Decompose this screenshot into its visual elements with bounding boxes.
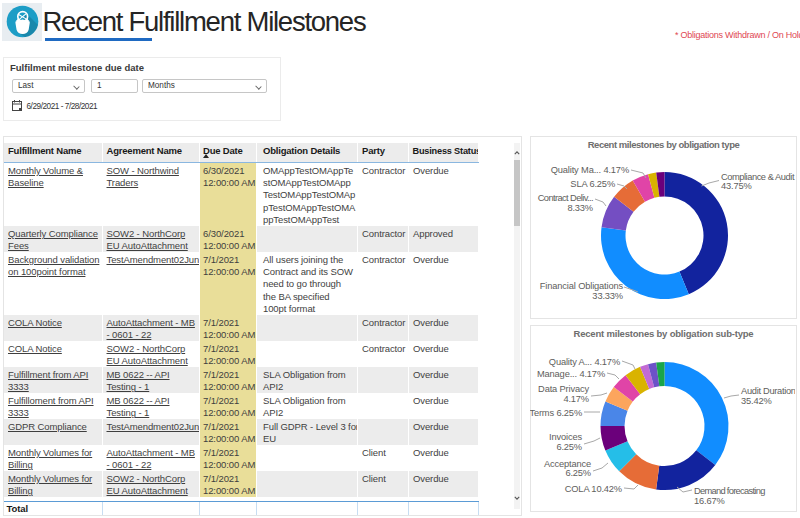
svg-text:Financial Obligations: Financial Obligations [540,281,624,291]
svg-text:Data Privacy: Data Privacy [538,384,589,394]
svg-text:Quality A... 4.17%: Quality A... 4.17% [549,357,620,367]
svg-text:Quality Ma... 4.17%: Quality Ma... 4.17% [551,165,629,175]
svg-text:Demand forecasting: Demand forecasting [694,486,765,496]
svg-text:Terms 6.25%: Terms 6.25% [530,408,582,418]
svg-text:Contract Deliv...: Contract Deliv... [538,193,593,203]
svg-text:6.25%: 6.25% [556,442,582,452]
svg-text:6.25%: 6.25% [565,468,591,478]
svg-text:8.33%: 8.33% [567,203,593,213]
svg-text:SLA 6.25%: SLA 6.25% [570,179,615,189]
svg-text:Acceptance: Acceptance [544,459,591,469]
svg-text:Invoices: Invoices [549,432,582,442]
svg-text:16.67%: 16.67% [694,496,725,506]
svg-text:43.75%: 43.75% [721,181,752,191]
svg-text:Manage... 4.17%: Manage... 4.17% [537,369,605,379]
svg-text:33.33%: 33.33% [592,291,623,301]
svg-text:COLA 10.42%: COLA 10.42% [565,484,622,494]
svg-text:Audit Duration: Audit Duration [741,386,795,396]
svg-text:4.17%: 4.17% [563,394,589,404]
svg-text:35.42%: 35.42% [741,396,772,406]
